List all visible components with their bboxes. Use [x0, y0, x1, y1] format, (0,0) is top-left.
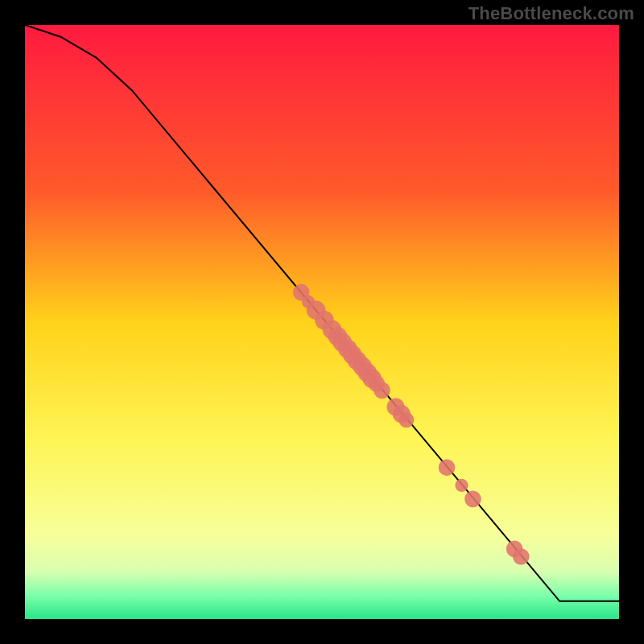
curve-marker	[398, 412, 414, 427]
curve-marker	[455, 479, 468, 492]
curve-marker	[464, 491, 481, 508]
curve-marker	[513, 548, 530, 565]
curve-marker	[439, 459, 456, 476]
chart-frame: TheBottleneck.com	[0, 0, 644, 644]
curve-marker	[374, 382, 390, 399]
watermark-text: TheBottleneck.com	[469, 3, 634, 24]
plot-area	[25, 25, 619, 619]
plot-svg	[25, 25, 619, 619]
